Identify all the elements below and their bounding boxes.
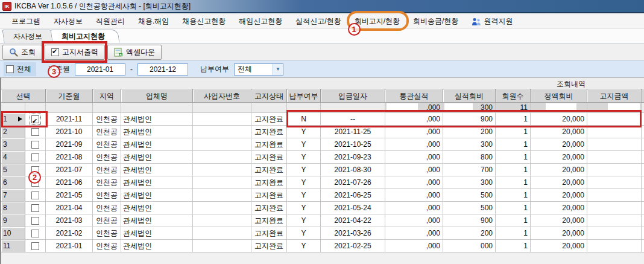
table-row[interactable]: 22021-10인천공관세법인고지완료Y2021-11-25,000200120… (1, 126, 644, 138)
row-select-checkbox[interactable] (31, 192, 39, 199)
cell-company: 관세법인 (121, 214, 193, 227)
cell-clearance: ,000 (385, 227, 443, 240)
cell-sliver (642, 176, 644, 189)
select-all-chip: 전체 (4, 62, 36, 76)
row-select-checkbox[interactable] (31, 128, 39, 136)
menu-item-0[interactable]: 프로그램 (5, 14, 47, 28)
cell-members: 1 (496, 113, 531, 126)
row-select-checkbox[interactable] (31, 204, 39, 212)
select-all-checkbox[interactable] (6, 65, 14, 73)
column-header-notice_amt[interactable]: 고지금액 (587, 89, 642, 103)
menu-item-4[interactable]: 채용신고현황 (175, 14, 232, 28)
cell-members: 1 (496, 202, 531, 214)
column-header-paid[interactable]: 납부여부 (287, 89, 321, 103)
column-header-month[interactable]: 기준월 (46, 89, 93, 103)
menu-item-3[interactable]: 채용.해임 (131, 14, 175, 28)
menu-item-7[interactable]: 회비고지/현황1 (348, 14, 406, 28)
menu-item-5[interactable]: 해임신고현황 (232, 14, 289, 28)
row-select-checkbox-wrap (30, 240, 41, 252)
table-row[interactable]: 52021-07인천공관세법인고지완료Y2021-08-30,000700120… (1, 164, 644, 176)
column-header-actual_fee[interactable]: 실적회비 (443, 89, 496, 103)
menu-item-2[interactable]: 직원관리 (89, 14, 131, 28)
cell-actual_fee: 300 (443, 138, 496, 151)
cell-biz_no (193, 214, 251, 227)
table-row[interactable]: 62021-06인천공관세법인고지완료Y2021-07-26,000300120… (1, 176, 644, 189)
cell-biz_no (193, 189, 251, 202)
cell-status: 고지완료 (251, 202, 287, 214)
cell-actual_fee: 200 (443, 126, 496, 138)
table-row[interactable]: 102021-02인천공관세법인고지완료Y2021-03-26,00020012… (1, 227, 644, 240)
row-select-checkbox[interactable] (31, 217, 39, 225)
menu-item-1[interactable]: 자사정보 (47, 14, 89, 28)
cell-actual_fee: 700 (443, 164, 496, 176)
row-select-checkbox[interactable] (31, 242, 39, 250)
row-select-cell (25, 240, 46, 253)
print-notice-button[interactable]: 고지서출력 (45, 45, 105, 60)
tab-company-info[interactable]: 자사정보 (2, 30, 57, 43)
group-header: 조회내역 (532, 79, 610, 89)
summary-cell-paid (287, 103, 321, 113)
tab-fee-notice-status[interactable]: 회비고지현황 (50, 30, 119, 43)
cell-status: 고지완료 (251, 113, 287, 126)
table-row[interactable]: 72021-05인천공관세법인고지완료Y2021-06-25,000500120… (1, 189, 644, 202)
search-button[interactable]: 조회 (2, 45, 42, 60)
column-header-company[interactable]: 업체명 (121, 89, 193, 103)
row-select-cell (25, 189, 46, 202)
cell-clearance: ,000 (385, 151, 443, 164)
month-to-input[interactable] (137, 63, 188, 76)
cell-region: 인천공 (93, 202, 121, 214)
cell-company: 관세법인 (121, 176, 193, 189)
summary-value: 11 (520, 103, 528, 112)
cell-paid: Y (287, 214, 321, 227)
excel-download-button[interactable]: 엑셀다운 (107, 45, 162, 60)
remote-support-icon (472, 18, 481, 26)
table-row[interactable]: 42021-08인천공관세법인고지완료Y2021-09-23,000800120… (1, 151, 644, 164)
pay-status-label: 납부여부 (200, 64, 229, 74)
cell-month: 2021-04 (46, 202, 93, 214)
cell-clearance: ,000 (385, 164, 443, 176)
cell-actual_fee: 300 (443, 176, 496, 189)
cell-company: 관세법인 (121, 138, 193, 151)
row-select-checkbox[interactable] (31, 153, 39, 161)
cell-fixed_fee: 20,000 (531, 151, 587, 164)
column-header-clearance[interactable]: 통관실적 (385, 89, 443, 103)
pay-status-dropdown[interactable]: 전체 ▼ (234, 63, 283, 76)
cell-pay_date: 2021-05-24 (321, 202, 385, 214)
table-row[interactable]: 92021-03인천공관세법인고지완료Y2021-04-22,000900120… (1, 214, 644, 227)
chevron-down-icon[interactable]: ▼ (273, 64, 283, 75)
cell-sliver (642, 227, 644, 240)
cell-company: 관세법인 (121, 227, 193, 240)
select-all-label: 전체 (17, 64, 31, 74)
month-from-input[interactable] (75, 63, 125, 76)
menu-item-label: 자사정보 (54, 16, 83, 27)
group-header-band: 조회내역 (1, 78, 644, 89)
cell-members: 1 (496, 240, 531, 253)
cell-pay_date: -- (321, 113, 385, 126)
menu-item-8[interactable]: 회비송금/현황 (406, 14, 465, 28)
menu-item-9[interactable]: 원격지원 (465, 14, 519, 28)
row-number-cell: 5 (1, 164, 25, 176)
tab-label: 회비고지현황 (62, 30, 105, 43)
column-header-biz_no[interactable]: 사업자번호 (193, 89, 251, 103)
table-row[interactable]: 32021-09인천공관세법인고지완료Y2021-10-25,000300120… (1, 138, 644, 151)
summary-cell-month (46, 103, 93, 113)
column-header-members[interactable]: 회원수 (496, 89, 531, 103)
table-row[interactable]: 82021-04인천공관세법인고지완료Y2021-05-24,000500120… (1, 202, 644, 214)
cell-fixed_fee: 20,000 (531, 240, 587, 253)
cell-notice_amt (587, 240, 642, 253)
row-select-checkbox[interactable] (31, 230, 39, 237)
cell-clearance: ,000 (385, 113, 443, 126)
column-header-region[interactable]: 지역 (93, 89, 121, 103)
menu-item-6[interactable]: 실적신고/현황 (289, 14, 347, 28)
column-header-fixed_fee[interactable]: 정액회비 (531, 89, 587, 103)
table-row[interactable]: 12021-11인천공관세법인고지완료N--,000900120,000 (1, 113, 644, 126)
row-select-checkbox[interactable] (31, 141, 39, 149)
print-notice-checkbox[interactable] (51, 48, 59, 56)
table-row[interactable]: 112021-01인천공관세법인고지완료Y2021-02-25,00000012… (1, 240, 644, 253)
column-header-status[interactable]: 고지상태 (251, 89, 287, 103)
cell-notice_amt (587, 189, 642, 202)
column-header-pay_date[interactable]: 입금일자 (321, 89, 385, 103)
row-number: 5 (3, 166, 7, 174)
row-select-checkbox[interactable] (31, 115, 39, 123)
row-number: 6 (3, 178, 7, 187)
